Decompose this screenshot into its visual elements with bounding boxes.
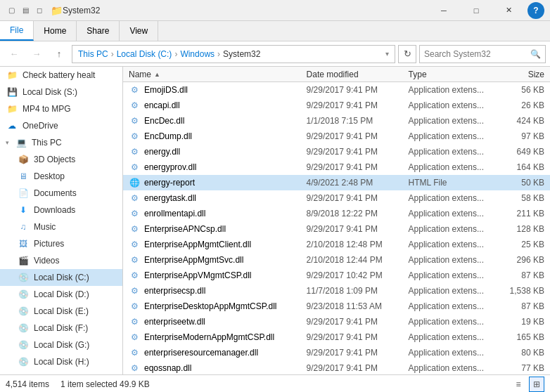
up-button[interactable]: ↑	[49, 44, 69, 64]
sidebar-item-local-disk-f[interactable]: 💿 Local Disk (F:)	[0, 320, 122, 337]
videos-icon: 🎬	[17, 254, 30, 267]
file-size: 25 KB	[499, 240, 550, 249]
sidebar-item-local-disk-e[interactable]: 💿 Local Disk (E:)	[0, 303, 122, 320]
back-button[interactable]: ←	[4, 44, 24, 64]
file-name: energy-report	[144, 178, 195, 188]
search-input[interactable]	[424, 49, 527, 59]
sidebar-item-local-disk-s[interactable]: 💾 Local Disk (S:)	[0, 84, 122, 100]
table-row[interactable]: ⚙ EnterpriseAppMgmtSvc.dll 2/10/2018 12:…	[123, 252, 550, 268]
table-row[interactable]: ⚙ enterpriseresourcemanager.dll 9/29/201…	[123, 345, 550, 360]
forward-button[interactable]: →	[27, 44, 46, 64]
table-row[interactable]: ⚙ enrollmentapi.dll 8/9/2018 12:22 PM Ap…	[123, 206, 550, 221]
table-row[interactable]: ⚙ eqossnap.dll 9/29/2017 9:41 PM Applica…	[123, 360, 550, 374]
table-row[interactable]: ⚙ enterpriseetw.dll 9/29/2017 9:41 PM Ap…	[123, 314, 550, 329]
details-view-button[interactable]: ≡	[511, 377, 526, 392]
sidebar-item-this-pc[interactable]: ▾ 💻 This PC	[0, 134, 122, 151]
sidebar-item-local-disk-g[interactable]: 💿 Local Disk (G:)	[0, 337, 122, 353]
file-size: 97 KB	[499, 131, 550, 141]
html-icon: 🌐	[129, 177, 140, 188]
file-name: EnterpriseModernAppMgmtCSP.dll	[144, 332, 274, 342]
dll-icon: ⚙	[129, 270, 140, 281]
breadcrumb-windows[interactable]: Windows	[180, 49, 215, 59]
breadcrumb-dropdown[interactable]: ▾	[385, 50, 389, 58]
sidebar-item-3d-objects[interactable]: 📦 3D Objects	[0, 151, 122, 168]
table-row[interactable]: ⚙ EnterpriseDesktopAppMgmtCSP.dll 9/23/2…	[123, 299, 550, 314]
table-row[interactable]: ⚙ encapi.dll 9/29/2017 9:41 PM Applicati…	[123, 98, 550, 113]
file-date: 9/29/2017 9:41 PM	[301, 348, 403, 358]
table-row[interactable]: ⚙ EncDec.dll 1/1/2018 7:15 PM Applicatio…	[123, 113, 550, 129]
table-row[interactable]: ⚙ energy.dll 9/29/2017 9:41 PM Applicati…	[123, 144, 550, 159]
file-type: Application extens...	[403, 317, 499, 327]
col-header-size[interactable]: Size	[499, 67, 550, 81]
sidebar-item-music[interactable]: ♫ Music	[0, 218, 122, 235]
file-name: EnterpriseDesktopAppMgmtCSP.dll	[144, 301, 277, 311]
table-row[interactable]: ⚙ EnterpriseAppVMgmtCSP.dll 9/29/2017 10…	[123, 268, 550, 283]
file-name-cell: ⚙ enterprisecsp.dll	[123, 285, 301, 296]
table-row[interactable]: ⚙ EnterpriseModernAppMgmtCSP.dll 9/29/20…	[123, 329, 550, 345]
table-row[interactable]: ⚙ EnterpriseAppMgmtClient.dll 2/10/2018 …	[123, 237, 550, 252]
table-row[interactable]: 🌐 energy-report 4/9/2021 2:48 PM HTML Fi…	[123, 175, 550, 190]
table-row[interactable]: ⚙ EmojiDS.dll 9/29/2017 9:41 PM Applicat…	[123, 82, 550, 98]
sidebar-item-videos[interactable]: 🎬 Videos	[0, 252, 122, 269]
table-row[interactable]: ⚙ energytask.dll 9/29/2017 9:41 PM Appli…	[123, 190, 550, 206]
window-controls: ─ □ ✕	[428, 0, 525, 21]
title-bar-system-icons: ▢ ▤ ◻	[6, 5, 45, 16]
file-name-cell: ⚙ EnterpriseAppVMgmtCSP.dll	[123, 270, 301, 281]
help-button[interactable]: ?	[527, 2, 544, 19]
sidebar-item-local-disk-d[interactable]: 💿 Local Disk (D:)	[0, 286, 122, 303]
large-icons-view-button[interactable]: ⊞	[529, 377, 544, 392]
sidebar-item-desktop[interactable]: 🖥 Desktop	[0, 168, 122, 185]
breadcrumb-system32: System32	[223, 49, 260, 59]
drive-icon: 💾	[6, 86, 18, 98]
sidebar-item-pictures[interactable]: 🖼 Pictures	[0, 235, 122, 252]
table-row[interactable]: ⚙ EncDump.dll 9/29/2017 9:41 PM Applicat…	[123, 129, 550, 144]
col-header-date[interactable]: Date modified	[301, 67, 403, 81]
file-name-cell: ⚙ eqossnap.dll	[123, 362, 301, 374]
tab-file[interactable]: File	[0, 21, 34, 41]
title-bar: ▢ ▤ ◻ 📁 System32 ─ □ ✕ ?	[0, 0, 550, 21]
title-bar-icon-2: ▤	[20, 5, 31, 16]
file-name: enrollmentapi.dll	[144, 209, 205, 218]
close-button[interactable]: ✕	[492, 0, 525, 21]
sidebar-item-label: Local Disk (S:)	[23, 87, 77, 97]
maximize-button[interactable]: □	[460, 0, 492, 21]
sidebar-item-local-disk-c[interactable]: 💿 Local Disk (C:)	[0, 269, 122, 286]
file-name-cell: ⚙ EnterpriseDesktopAppMgmtCSP.dll	[123, 301, 301, 312]
dll-icon: ⚙	[129, 131, 140, 142]
file-date: 9/29/2017 9:41 PM	[301, 100, 403, 110]
computer-icon: 💻	[15, 136, 27, 149]
col-header-type[interactable]: Type	[403, 67, 499, 81]
file-name: energyprov.dll	[144, 162, 196, 172]
breadcrumb-this-pc[interactable]: This PC	[78, 49, 108, 59]
sidebar-item-downloads[interactable]: ⬇ Downloads	[0, 202, 122, 218]
file-name: EnterpriseAppMgmtSvc.dll	[144, 255, 243, 265]
table-row[interactable]: ⚙ enterprisecsp.dll 11/7/2018 1:09 PM Ap…	[123, 283, 550, 299]
col-header-name[interactable]: Name ▲	[123, 67, 301, 81]
breadcrumb-bar[interactable]: This PC › Local Disk (C:) › Windows › Sy…	[72, 45, 395, 63]
sidebar-item-documents[interactable]: 📄 Documents	[0, 185, 122, 202]
file-type: HTML File	[403, 178, 499, 188]
dll-icon: ⚙	[129, 208, 140, 219]
file-name: EnterpriseAPNCsp.dll	[144, 224, 226, 234]
title-bar-icon-1: ▢	[6, 5, 17, 16]
file-list: Name ▲ Date modified Type Size ⚙ EmojiDS…	[123, 67, 550, 374]
sidebar-item-label: Local Disk (C:)	[34, 273, 89, 282]
sidebar-item-local-disk-h[interactable]: 💿 Local Disk (H:)	[0, 353, 122, 370]
minimize-button[interactable]: ─	[428, 0, 460, 21]
file-date: 4/9/2021 2:48 PM	[301, 178, 403, 188]
file-date: 9/29/2017 9:41 PM	[301, 317, 403, 327]
tab-home[interactable]: Home	[34, 21, 77, 41]
sidebar-item-onedrive[interactable]: ☁ OneDrive	[0, 117, 122, 134]
tab-view[interactable]: View	[120, 21, 158, 41]
sidebar-item-label: 3D Objects	[34, 155, 75, 164]
dll-icon: ⚙	[129, 239, 140, 250]
table-row[interactable]: ⚙ energyprov.dll 9/29/2017 9:41 PM Appli…	[123, 159, 550, 175]
sidebar-item-mp4-to-mpg[interactable]: 📁 MP4 to MPG	[0, 100, 122, 117]
folder-icon: 📁	[6, 103, 18, 115]
sidebar-item-check-battery[interactable]: 📁 Check battery healt	[0, 67, 122, 84]
tab-share[interactable]: Share	[77, 21, 120, 41]
breadcrumb-local-disk[interactable]: Local Disk (C:)	[117, 49, 172, 59]
refresh-button[interactable]: ↻	[398, 45, 416, 63]
table-row[interactable]: ⚙ EnterpriseAPNCsp.dll 9/29/2017 9:41 PM…	[123, 221, 550, 237]
sidebar: 📁 Check battery healt 💾 Local Disk (S:) …	[0, 67, 123, 374]
